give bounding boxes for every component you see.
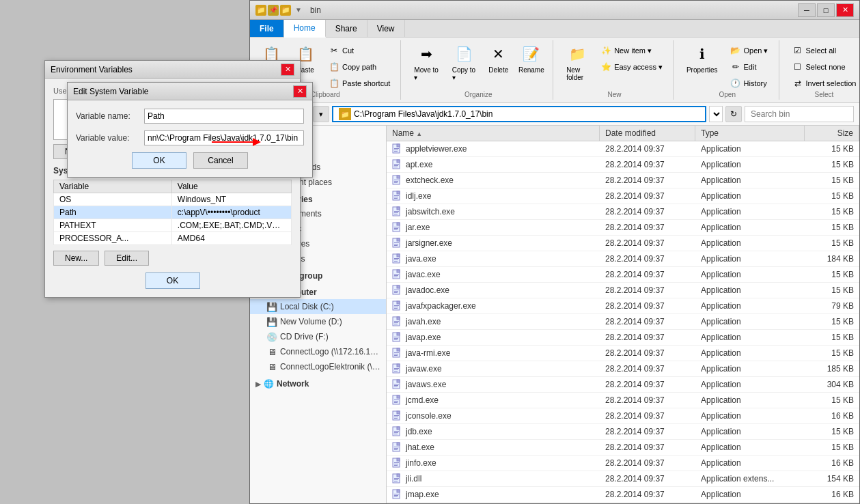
var-row[interactable]: OSWindows_NT [54,193,292,206]
table-row[interactable]: jmap.exe 28.2.2014 09:37 Application 16 … [387,487,859,503]
copy-path-button[interactable]: 📋 Copy path [324,59,395,74]
address-dropdown[interactable] [709,106,723,122]
table-row[interactable]: jcmd.exe 28.2.2014 09:37 Application 15 … [387,393,859,408]
svg-rect-14 [394,182,398,183]
edit-ok-button[interactable]: OK [132,152,186,169]
svg-rect-37 [394,258,399,259]
move-to-button[interactable]: ➡ Move to ▾ [409,40,444,84]
file-size: 15 KB [805,143,859,155]
edit-dialog-close[interactable]: ✕ [293,85,307,98]
file-size: 16 KB [805,488,859,501]
new-item-button[interactable]: ✨ New item ▾ [596,43,667,58]
val-col-header: Value [171,180,291,193]
file-icon [392,332,403,343]
table-row[interactable]: appletviewer.exe 28.2.2014 09:37 Applica… [387,141,859,157]
svg-rect-93 [394,432,398,433]
env-bg-close[interactable]: ✕ [281,64,294,76]
table-row[interactable]: jdb.exe 28.2.2014 09:37 Application 15 K… [387,424,859,440]
edit-cancel-button[interactable]: Cancel [193,152,248,169]
recent-button[interactable]: ▾ [313,106,329,122]
select-none-button[interactable]: ☐ Select none [788,59,850,74]
file-date: 28.2.2014 09:37 [600,363,695,375]
sys-new-button[interactable]: New... [53,251,99,266]
sidebar-item-network2[interactable]: 🖥 ConnectLogoElektronik (\\... [250,359,386,374]
table-row[interactable]: javaw.exe 28.2.2014 09:37 Application 18… [387,361,859,377]
sidebar-network-header[interactable]: ▶ 🌐 Network [250,377,386,391]
svg-rect-102 [394,462,399,463]
delete-button[interactable]: ✕ Delete [484,40,513,76]
table-row[interactable]: jar.exe 28.2.2014 09:37 Application 15 K… [387,220,859,236]
tab-home[interactable]: Home [284,20,326,38]
table-row[interactable]: javaws.exe 28.2.2014 09:37 Application 3… [387,377,859,393]
file-date: 28.2.2014 09:37 [600,300,695,312]
history-button[interactable]: 🕐 History [725,76,773,91]
file-icon [392,348,403,359]
col-header-date[interactable]: Date modified [600,126,695,141]
tab-file[interactable]: File [250,20,284,37]
cut-button[interactable]: ✂ Cut [324,43,395,58]
col-header-size[interactable]: Size [805,126,859,141]
var-name-input[interactable] [144,109,304,124]
refresh-button[interactable]: ↻ [725,106,742,122]
sidebar-item-vol-d[interactable]: 💾 New Volume (D:) [250,314,386,329]
easy-access-button[interactable]: ⭐ Easy access ▾ [596,59,667,74]
minimize-button[interactable]: ─ [798,3,816,17]
table-row[interactable]: javadoc.exe 28.2.2014 09:37 Application … [387,283,859,298]
env-ok-button[interactable]: OK [145,272,200,289]
edit-btn[interactable]: ✏ Edit [725,59,773,74]
table-row[interactable]: jps.exe 28.2.2014 09:37 Application 15 K… [387,503,859,503]
table-row[interactable]: javah.exe 28.2.2014 09:37 Application 15… [387,314,859,330]
dropdown-arrow[interactable]: ▼ [295,6,302,14]
sidebar-item-cd-f[interactable]: 💿 CD Drive (F:) [250,329,386,344]
sys-edit-button[interactable]: Edit... [105,251,149,266]
table-row[interactable]: javap.exe 28.2.2014 09:37 Application 15… [387,330,859,346]
table-row[interactable]: jli.dll 28.2.2014 09:37 Application exte… [387,471,859,487]
rename-button[interactable]: 📝 Rename [516,40,548,76]
tab-view[interactable]: View [367,20,405,37]
svg-rect-6 [397,160,400,163]
table-row[interactable]: jinfo.exe 28.2.2014 09:37 Application 16… [387,456,859,471]
table-row[interactable]: jabswitch.exe 28.2.2014 09:37 Applicatio… [387,204,859,220]
file-icon [392,222,403,233]
table-row[interactable]: extcheck.exe 28.2.2014 09:37 Application… [387,173,859,188]
paste-shortcut-button[interactable]: 📋 Paste shortcut [324,76,395,91]
var-row[interactable]: PROCESSOR_A...AMD64 [54,232,292,245]
file-size: 15 KB [805,158,859,171]
table-row[interactable]: java.exe 28.2.2014 09:37 Application 184… [387,251,859,267]
file-icon [392,473,403,484]
close-button[interactable]: ✕ [836,3,854,17]
col-header-type[interactable]: Type [695,126,805,141]
table-row[interactable]: java-rmi.exe 28.2.2014 09:37 Application… [387,346,859,361]
edit-icon: ✏ [730,61,741,72]
file-name: apt.exe [406,160,432,169]
col-header-name[interactable]: Name ▲ [387,126,600,141]
file-icon [392,206,403,217]
var-name-cell: Path [54,206,172,219]
file-date: 28.2.2014 09:37 [600,143,695,155]
table-row[interactable]: jconsole.exe 28.2.2014 09:37 Application… [387,408,859,424]
maximize-button[interactable]: □ [817,3,835,17]
rename-icon: 📝 [521,43,542,65]
svg-rect-89 [394,418,398,419]
var-row[interactable]: Pathc:\appV\••••••••\product [54,206,292,219]
sidebar-item-network1[interactable]: 🖥 ConnectLogo (\\172.16.1.9... [250,344,386,359]
open-button[interactable]: 📂 Open ▾ [725,43,773,58]
svg-rect-34 [394,245,398,246]
file-name: javac.exe [406,270,441,279]
table-row[interactable]: javac.exe 28.2.2014 09:37 Application 15… [387,267,859,283]
table-row[interactable]: javafxpackager.exe 28.2.2014 09:37 Appli… [387,298,859,314]
search-input[interactable] [745,106,854,122]
tab-share[interactable]: Share [326,20,367,37]
var-row[interactable]: PATHEXT.COM;.EXE;.BAT;.CMD;.VBS;.V [54,219,292,232]
properties-button[interactable]: ℹ Properties [682,40,723,76]
table-row[interactable]: idlj.exe 28.2.2014 09:37 Application 15 … [387,188,859,204]
table-row[interactable]: jhat.exe 28.2.2014 09:37 Application 15 … [387,440,859,456]
sidebar-item-local-c[interactable]: 💾 Local Disk (C:) [250,299,386,314]
copy-to-button[interactable]: 📄 Copy to ▾ [447,40,482,84]
select-all-button[interactable]: ☑ Select all [788,43,842,58]
table-row[interactable]: apt.exe 28.2.2014 09:37 Application 15 K… [387,157,859,173]
address-input[interactable]: 📁 C:\Program Files\Java\jdk1.7.0_17\bin [332,106,706,122]
table-row[interactable]: jarsigner.exe 28.2.2014 09:37 Applicatio… [387,236,859,251]
invert-selection-button[interactable]: ⇄ Invert selection [788,76,861,91]
new-folder-button[interactable]: 📁 New folder [561,40,593,84]
